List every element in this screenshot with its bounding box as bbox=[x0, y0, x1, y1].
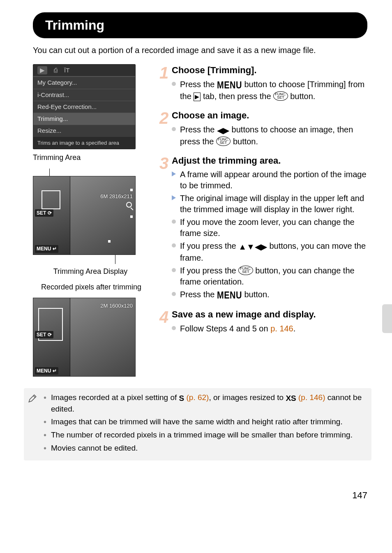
func-set-button-icon: FUNC.SET bbox=[273, 91, 288, 101]
menu-item: i-Contrast... bbox=[33, 89, 135, 101]
print-tab-icon: ⎙ bbox=[54, 66, 58, 74]
photo-screenshot-2: SET ⟳ MENU ↵ 2M 1600x120 bbox=[33, 298, 136, 377]
menu-item: Trimming... bbox=[33, 113, 135, 125]
func-set-button-icon: FUNC.SET bbox=[238, 266, 253, 275]
left-right-buttons-icon: ◀▶ bbox=[217, 125, 229, 136]
steps: 1Choose [Trimming].Press the MENU button… bbox=[158, 64, 367, 377]
step-bullet: Press the MENU button to choose [Trimmin… bbox=[172, 79, 367, 102]
menu-item: Resize... bbox=[33, 125, 135, 137]
pencil-icon bbox=[27, 393, 38, 407]
page-ref-link[interactable]: (p. 146) bbox=[298, 393, 325, 402]
menu-badge: MENU ↵ bbox=[35, 245, 58, 252]
note-item: Movies cannot be edited. bbox=[44, 443, 364, 454]
step-bullet: If you press the ▲▼◀▶ buttons, you can m… bbox=[172, 241, 367, 264]
page-ref-link[interactable]: p. 146 bbox=[270, 324, 293, 333]
note-item: The number of recorded pixels in a trimm… bbox=[44, 430, 364, 440]
step-bullet: Press the MENU button. bbox=[172, 289, 367, 301]
step-title: Choose an image. bbox=[172, 109, 367, 122]
menu-items: My Category...i-Contrast...Red-Eye Corre… bbox=[33, 76, 135, 137]
trim-frame bbox=[42, 190, 60, 209]
menu-item: Red-Eye Correction... bbox=[33, 101, 135, 113]
page-number: 147 bbox=[33, 489, 367, 502]
tools-tab-icon: ÏT bbox=[64, 66, 69, 74]
trimming-area-label: Trimming Area bbox=[33, 153, 148, 162]
directional-buttons-icon: ▲▼◀▶ bbox=[238, 241, 267, 252]
menu-item: My Category... bbox=[33, 76, 135, 88]
step: 4Save as a new image and display.Follow … bbox=[158, 308, 367, 334]
playback-tab-icon: ▶ bbox=[37, 66, 47, 74]
note-item: Images recorded at a pixel setting of S … bbox=[44, 392, 364, 414]
dimensions-label-2: 2M 1600x120 bbox=[100, 302, 133, 310]
note-item: Images that can be trimmed will have the… bbox=[44, 416, 364, 427]
page-ref-link[interactable]: (p. 62) bbox=[187, 393, 209, 402]
step-number: 2 bbox=[158, 107, 170, 129]
step-bullet: A frame will appear around the portion o… bbox=[172, 169, 367, 191]
pointer-line bbox=[49, 169, 50, 177]
intro-text: You can cut out a portion of a recorded … bbox=[33, 45, 367, 56]
side-tab bbox=[382, 304, 392, 333]
func-set-button-icon: FUNC.SET bbox=[216, 137, 231, 146]
trimming-area-display-label: Trimming Area Display bbox=[33, 266, 148, 276]
step: 3Adjust the trimming area.A frame will a… bbox=[158, 155, 367, 301]
set-badge: SET ⟳ bbox=[35, 331, 53, 338]
step-bullet: The original image will display in the u… bbox=[172, 193, 367, 215]
recorded-pixels-label: Recorded pixels after trimming bbox=[41, 282, 148, 292]
s-size-icon: S bbox=[179, 393, 184, 404]
step: 2Choose an image.Press the ◀▶ buttons to… bbox=[158, 109, 367, 147]
set-badge: SET ⟳ bbox=[35, 209, 53, 217]
step-title: Save as a new image and display. bbox=[172, 308, 367, 321]
step-number: 3 bbox=[158, 152, 170, 174]
step: 1Choose [Trimming].Press the MENU button… bbox=[158, 64, 367, 102]
step-bullet: Press the ◀▶ buttons to choose an image,… bbox=[172, 124, 367, 147]
step-bullet: If you move the zoom lever, you can chan… bbox=[172, 217, 367, 239]
menu-screenshot: ▶ ⎙ ÏT My Category...i-Contrast...Red-Ey… bbox=[33, 64, 136, 149]
step-number: 4 bbox=[158, 306, 170, 328]
notes-box: Images recorded at a pixel setting of S … bbox=[24, 388, 371, 460]
playback-tab-icon: ▶ bbox=[194, 93, 201, 101]
xs-size-icon: XS bbox=[286, 393, 296, 404]
menu-tabs: ▶ ⎙ ÏT bbox=[33, 65, 135, 76]
magnifier-icon bbox=[126, 202, 132, 208]
menu-button-icon: MENU bbox=[217, 289, 242, 302]
page-heading: Trimming bbox=[33, 12, 367, 38]
step-bullet: If you press the FUNC.SET button, you ca… bbox=[172, 265, 367, 287]
dimensions-label-1: 6M 2816x211 bbox=[100, 193, 133, 200]
menu-caption: Trims an image to a specified area bbox=[33, 137, 135, 149]
step-title: Adjust the trimming area. bbox=[172, 155, 367, 167]
menu-badge: MENU ↵ bbox=[35, 367, 58, 375]
menu-button-icon: MENU bbox=[217, 79, 242, 92]
step-number: 1 bbox=[158, 62, 170, 84]
step-bullet: Follow Steps 4 and 5 on p. 146. bbox=[172, 323, 367, 334]
step-title: Choose [Trimming]. bbox=[172, 64, 367, 76]
photo-screenshot-1: SET ⟳ MENU ↵ 6M 2816x211 bbox=[33, 176, 136, 255]
pointer-line-2 bbox=[115, 254, 115, 264]
